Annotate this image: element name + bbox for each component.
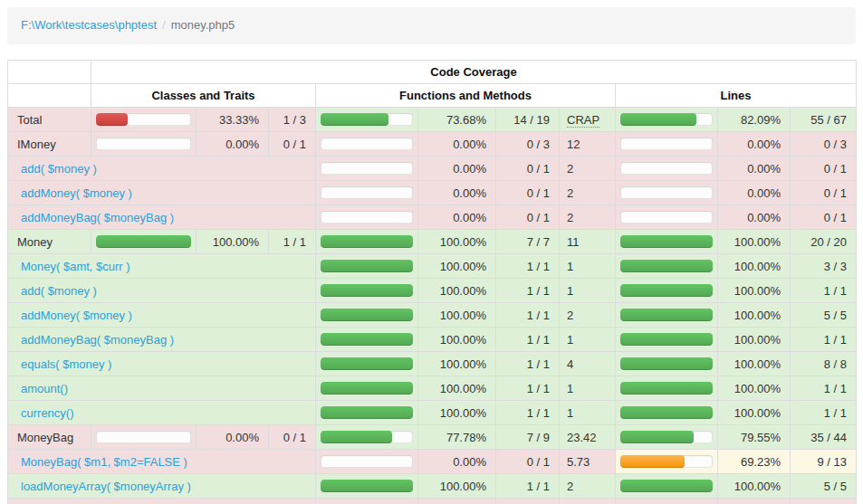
- functions-ratio-cell: 7 / 7: [496, 230, 560, 254]
- functions-progress-fill: [321, 480, 413, 492]
- lines-progress-fill: [620, 309, 713, 321]
- lines-ratio-cell: 0 / 3: [791, 132, 857, 157]
- crap-index-cell: 1: [560, 254, 616, 279]
- lines-coverage-bar-cell: [616, 205, 718, 230]
- table-row: equals( $money )100.00%1 / 14100.00%8 / …: [8, 352, 857, 376]
- crap-index-cell: CRAP: [560, 108, 616, 132]
- table-row: Money( $amt, $curr )100.00%1 / 11100.00%…: [8, 254, 857, 279]
- functions-progress-bar: [321, 260, 413, 272]
- functions-percent-cell: 0.00%: [418, 450, 496, 474]
- method-link[interactable]: currency(): [21, 406, 74, 420]
- crap-index-cell: 2: [560, 474, 616, 499]
- functions-progress-fill: [321, 382, 413, 395]
- functions-progress-bar: [321, 333, 413, 346]
- classes-ratio-cell: 1 / 1: [269, 230, 316, 254]
- lines-coverage-bar-cell: [616, 376, 718, 401]
- method-link[interactable]: MoneyBag( $m1, $m2=FALSE ): [21, 455, 187, 469]
- lines-progress-fill: [620, 382, 713, 395]
- classes-percent-cell: 100.00%: [197, 230, 269, 254]
- breadcrumb-path-link[interactable]: F:\Work\testcases\phptest: [21, 18, 157, 32]
- functions-progress-bar: [321, 162, 413, 175]
- functions-percent-cell: 0.00%: [418, 181, 496, 205]
- lines-progress-bar: [620, 382, 713, 395]
- method-link[interactable]: addMoney( $money ): [21, 309, 132, 322]
- header-code-coverage: Code Coverage: [91, 61, 857, 84]
- method-name-cell: loadMoneyArray( $moneyArray ): [8, 474, 316, 499]
- lines-percent-cell: 100.00%: [718, 254, 791, 279]
- functions-progress-bar: [321, 309, 413, 321]
- functions-progress-fill: [321, 260, 413, 272]
- breadcrumb-current-file: money.php5: [171, 18, 235, 32]
- functions-ratio-cell: [496, 499, 560, 504]
- lines-ratio-cell: 0 / 1: [791, 181, 857, 205]
- table-row: addMoneyBag( $moneyBag )0.00%0 / 120.00%…: [8, 205, 857, 230]
- lines-percent-cell: 100.00%: [718, 474, 791, 499]
- method-name-cell: addMoneyBag( $moneyBag ): [8, 205, 316, 230]
- functions-ratio-cell: 0 / 1: [496, 205, 560, 230]
- method-link[interactable]: addMoneyBag( $moneyBag ): [21, 333, 174, 347]
- lines-progress-fill: [620, 284, 713, 297]
- functions-percent-cell: 100.00%: [418, 254, 496, 279]
- lines-progress-bar: [620, 260, 713, 272]
- table-row: addMoney( $money )100.00%1 / 12100.00%5 …: [8, 303, 857, 328]
- functions-progress-bar: [321, 431, 413, 443]
- functions-progress-bar: [321, 480, 413, 492]
- method-link[interactable]: equals( $money ): [21, 357, 111, 371]
- lines-percent-cell: 82.09%: [718, 108, 791, 132]
- classes-progress-fill: [96, 113, 128, 126]
- functions-progress-fill: [321, 113, 388, 126]
- method-name-cell: currency(): [8, 401, 316, 425]
- crap-index-cell: 1: [560, 279, 616, 303]
- lines-progress-bar: [620, 480, 713, 492]
- lines-ratio-cell: [791, 499, 857, 504]
- method-name-cell: addMoney( $money ): [8, 303, 316, 328]
- functions-progress-bar: [321, 284, 413, 297]
- lines-percent-cell: 0.00%: [718, 205, 791, 230]
- functions-coverage-bar-cell: [316, 352, 418, 376]
- functions-ratio-cell: 14 / 19: [496, 108, 560, 132]
- item-name-cell: Total: [8, 108, 91, 132]
- lines-percent-cell: 0.00%: [718, 157, 791, 181]
- functions-percent-cell: 100.00%: [418, 303, 496, 328]
- table-row: IMoney0.00%0 / 10.00%0 / 3120.00%0 / 3: [8, 132, 857, 157]
- functions-coverage-bar-cell: [316, 108, 418, 132]
- crap-index-cell: 1: [560, 401, 616, 425]
- method-link[interactable]: add( $money ): [21, 162, 97, 176]
- crap-index-cell: 1: [560, 328, 616, 352]
- item-name-cell: IMoney: [8, 132, 91, 157]
- method-link[interactable]: addMoneyBag( $moneyBag ): [21, 211, 174, 224]
- functions-progress-bar: [321, 406, 413, 419]
- lines-ratio-cell: 3 / 3: [791, 254, 857, 279]
- crap-abbr-label[interactable]: CRAP: [567, 113, 599, 128]
- functions-percent-cell: 73.68%: [418, 108, 496, 132]
- functions-coverage-bar-cell: [316, 205, 418, 230]
- coverage-table: Code Coverage Classes and Traits Functio…: [7, 60, 857, 504]
- classes-ratio-cell: 0 / 1: [269, 132, 316, 157]
- crap-index-cell: 1: [560, 376, 616, 401]
- functions-progress-bar: [321, 455, 413, 468]
- method-link[interactable]: add( $money ): [21, 284, 97, 298]
- header-functions-and-methods: Functions and Methods: [316, 84, 616, 108]
- method-link[interactable]: Money( $amt, $curr ): [21, 260, 130, 273]
- functions-percent-cell: 0.00%: [418, 157, 496, 181]
- functions-ratio-cell: 1 / 1: [496, 254, 560, 279]
- lines-progress-fill: [620, 235, 713, 248]
- method-name-cell: [8, 499, 316, 504]
- classes-progress-bar: [96, 138, 191, 150]
- method-link[interactable]: loadMoneyArray( $moneyArray ): [21, 480, 191, 493]
- functions-coverage-bar-cell: [316, 401, 418, 425]
- table-row: Total33.33%1 / 373.68%14 / 19CRAP82.09%5…: [8, 108, 857, 132]
- lines-ratio-cell: 5 / 5: [791, 474, 857, 499]
- method-link[interactable]: amount(): [21, 382, 68, 395]
- lines-coverage-bar-cell: [616, 328, 718, 352]
- lines-progress-bar: [620, 357, 713, 370]
- lines-progress-fill: [620, 113, 696, 126]
- functions-coverage-bar-cell: [316, 303, 418, 328]
- classes-coverage-bar-cell: [91, 108, 197, 132]
- method-link[interactable]: addMoney( $money ): [21, 186, 132, 200]
- table-row: addMoney( $money )0.00%0 / 120.00%0 / 1: [8, 181, 857, 205]
- crap-index-cell: [560, 499, 616, 504]
- lines-coverage-bar-cell: [616, 230, 718, 254]
- lines-percent-cell: 69.23%: [718, 450, 791, 474]
- functions-progress-fill: [321, 406, 413, 419]
